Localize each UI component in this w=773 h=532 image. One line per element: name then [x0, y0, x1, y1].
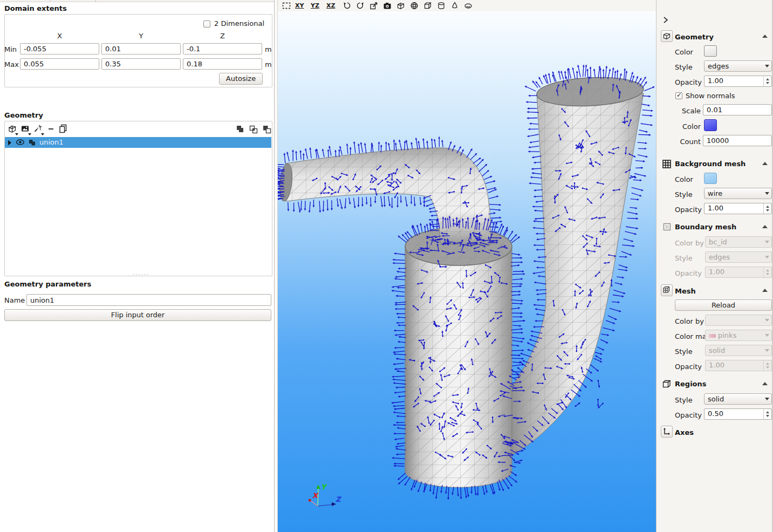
regions-opacity-spinbox[interactable]: 0.50 — [704, 408, 772, 420]
column-header-x: X — [20, 32, 99, 40]
difference-op-icon — [262, 124, 272, 135]
boundary-mesh-opacity-spinbox: 1.00 — [705, 267, 772, 278]
spin-arrows[interactable] — [763, 76, 771, 86]
max-z-input[interactable] — [183, 58, 262, 70]
viewport-3d-canvas[interactable]: Y X Z — [278, 11, 656, 532]
show-normals-checkbox[interactable] — [675, 92, 682, 99]
collapse-section-icon[interactable] — [762, 289, 768, 292]
collapse-panel-button[interactable] — [662, 16, 669, 26]
mesh-opacity-spinbox: 1.00 — [705, 360, 772, 371]
boolean-intersect-button[interactable] — [248, 124, 259, 135]
mesh-style-select: solid — [705, 345, 772, 356]
regions-style-select[interactable]: solid — [704, 393, 772, 405]
wire-cube-icon — [7, 124, 18, 134]
boolean-union-button[interactable] — [235, 124, 246, 135]
add-cone-button[interactable] — [450, 1, 460, 10]
geometry-item-label: union1 — [39, 138, 64, 146]
mesh-style-label: Style — [675, 347, 693, 356]
collapse-section-icon[interactable] — [762, 35, 768, 38]
intersect-op-icon — [248, 124, 259, 135]
view-xy-button[interactable]: XY — [295, 1, 307, 10]
mesh-cube-icon — [661, 285, 672, 296]
geometry-style-select[interactable]: edges — [704, 60, 772, 72]
background-mesh-style-select[interactable]: wire — [704, 188, 772, 199]
import-image-button[interactable] — [20, 124, 31, 134]
domain-extents-title: Domain extents — [4, 4, 67, 12]
two-dimensional-checkbox[interactable] — [203, 21, 210, 28]
remove-geometry-button[interactable] — [46, 124, 57, 134]
fit-view-button[interactable] — [282, 1, 291, 10]
splitter-handle[interactable]: ······ — [133, 271, 149, 277]
geometry-section-title: Geometry — [675, 33, 714, 41]
max-x-input[interactable] — [20, 58, 99, 70]
mesh-section-title: Mesh — [675, 287, 696, 295]
show-geometry-button[interactable] — [396, 1, 406, 10]
collapse-section-icon[interactable] — [762, 382, 768, 385]
minus-icon — [46, 124, 57, 134]
geometry-parameters-title: Geometry parameters — [4, 280, 91, 288]
rotate-cw-icon — [355, 1, 365, 10]
auto-generate-button[interactable] — [33, 124, 44, 134]
boundary-mesh-section-icon[interactable] — [663, 223, 671, 233]
rotate-ccw-button[interactable] — [342, 1, 352, 10]
view-xz-button[interactable]: XZ — [326, 1, 338, 10]
boolean-difference-button[interactable] — [262, 124, 272, 135]
min-y-input[interactable] — [101, 43, 181, 54]
add-primitive-button[interactable] — [7, 124, 18, 134]
flip-input-order-button[interactable]: Flip input order — [4, 309, 271, 321]
axes-icon — [661, 426, 672, 437]
regions-style-label: Style — [675, 396, 693, 404]
min-z-input[interactable] — [183, 43, 262, 54]
axes-section-icon-button[interactable] — [661, 426, 673, 438]
chevron-down-icon — [763, 256, 771, 258]
background-mesh-opacity-spinbox[interactable]: 1.00 — [704, 203, 772, 214]
normals-scale-input[interactable] — [703, 104, 772, 115]
screenshot-button[interactable] — [382, 1, 392, 10]
geometry-list-item-union1[interactable]: union1 — [5, 137, 271, 148]
add-disc-button[interactable] — [463, 1, 473, 10]
duplicate-geometry-button[interactable] — [58, 123, 69, 134]
autosize-button[interactable]: Autosize — [219, 73, 263, 85]
add-cylinder-button[interactable] — [436, 1, 446, 10]
max-y-input[interactable] — [101, 58, 181, 70]
chevron-down-icon — [763, 398, 771, 400]
add-sphere-button[interactable] — [409, 1, 419, 10]
geometry-opacity-spinbox[interactable]: 1.00 — [704, 76, 772, 87]
boundary-mesh-color-by-select: bc_id — [705, 236, 772, 248]
collapse-section-icon[interactable] — [762, 225, 768, 228]
cylinder-icon — [436, 1, 446, 10]
min-unit-label: m — [265, 45, 272, 53]
background-mesh-color-label: Color — [675, 175, 693, 183]
chevron-down-icon — [763, 349, 771, 352]
mesh-section-icon-button[interactable] — [661, 284, 673, 296]
visibility-eye-icon[interactable] — [16, 138, 25, 146]
background-mesh-section-icon[interactable] — [662, 159, 672, 170]
max-unit-label: m — [265, 60, 272, 69]
rotate-cw-button[interactable] — [355, 1, 365, 10]
boundary-mesh-section-title: Boundary mesh — [675, 223, 736, 231]
geometry-section-icon-button[interactable] — [661, 30, 673, 42]
spin-arrows[interactable] — [763, 203, 771, 214]
min-x-input[interactable] — [20, 43, 99, 54]
regions-opacity-label: Opacity — [675, 411, 702, 419]
show-normals-label: Show normals — [686, 92, 735, 100]
spin-arrows — [763, 360, 771, 371]
add-box-button[interactable] — [423, 1, 433, 10]
expander-icon[interactable] — [8, 140, 12, 146]
geometry-list-title: Geometry — [4, 111, 43, 119]
reload-mesh-button[interactable]: Reload — [675, 299, 772, 311]
spin-arrows[interactable] — [763, 409, 771, 419]
chevron-down-icon — [763, 192, 771, 195]
name-input[interactable] — [26, 294, 271, 306]
save-view-button[interactable] — [369, 1, 379, 10]
regions-section-icon[interactable] — [662, 379, 672, 391]
boundary-mesh-style-select: edges — [705, 251, 772, 263]
background-mesh-color-swatch[interactable] — [704, 173, 717, 184]
view-yz-button[interactable]: YZ — [311, 1, 323, 10]
collapse-section-icon[interactable] — [762, 162, 768, 165]
column-header-y: Y — [101, 32, 181, 40]
geometry-color-swatch[interactable] — [704, 45, 717, 57]
max-row-label: Max — [4, 60, 19, 69]
normals-color-swatch[interactable] — [704, 119, 717, 131]
normals-count-input[interactable] — [703, 135, 772, 146]
